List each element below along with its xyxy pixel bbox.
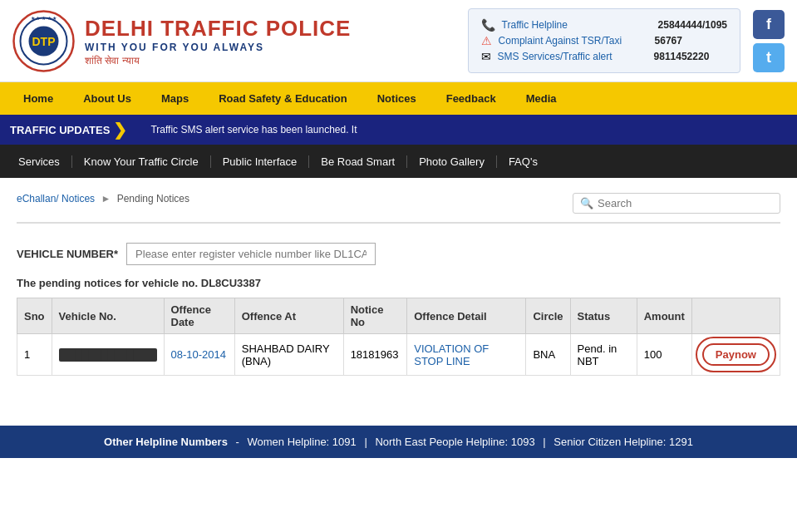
contact-label-2: Complaint Against TSR/Taxi (499, 35, 648, 47)
content-divider (17, 222, 780, 224)
paynow-button[interactable]: Paynow (702, 343, 770, 366)
footer-other-helpline: Other Helpline Numbers (104, 436, 228, 448)
pending-heading: The pending notices for vehicle no. DL8C… (17, 277, 780, 289)
col-offence-date: Offence Date (164, 298, 234, 334)
form-area: VEHICLE NUMBER* The pending notices for … (0, 228, 797, 384)
traffic-label: TRAFFIC UPDATES ❯ (0, 120, 134, 140)
contact-label-1: Traffic Helpline (502, 19, 652, 31)
nav-item-notices[interactable]: Notices (362, 82, 431, 115)
search-box: 🔍 (573, 193, 780, 214)
nav-item-road-safety[interactable]: Road Safety & Education (204, 82, 362, 115)
cell-offence-detail: VIOLATION OF STOP LINE (407, 334, 526, 376)
col-sno: Sno (17, 298, 52, 334)
footer-separator-1: - (236, 436, 239, 448)
contact-number-2: 56767 (655, 35, 682, 47)
cell-offence-date: 08-10-2014 (164, 334, 234, 376)
col-amount: Amount (637, 298, 691, 334)
sub-nav-faqs[interactable]: FAQ's (497, 155, 549, 168)
footer-helpline-2: North East People Helpline: 1093 (375, 436, 534, 448)
logo-title: DELHI TRAFFIC POLICE (85, 16, 351, 42)
logo-subtitle: WITH YOU FOR YOU ALWAYS (85, 42, 351, 53)
contact-row-1: 📞 Traffic Helpline 25844444/1095 (481, 18, 727, 32)
cell-action: Paynow (691, 334, 780, 376)
footer-helpline-3: Senior Citizen Helpline: 1291 (553, 436, 693, 448)
contact-label-3: SMS Services/Traffic alert (498, 51, 647, 62)
footer-pipe-1: | (364, 436, 367, 448)
twitter-button[interactable]: t (753, 43, 785, 72)
vehicle-masked: ██████████ (59, 348, 157, 362)
nav-item-feedback[interactable]: Feedback (431, 82, 511, 115)
phone-icon: 📞 (481, 18, 495, 32)
breadcrumb-current: Pending Notices (117, 193, 189, 204)
cell-sno: 1 (17, 334, 52, 376)
nav-item-media[interactable]: Media (511, 82, 572, 115)
col-offence-at: Offence At (234, 298, 343, 334)
logo-hindi: शांति सेवा न्याय (85, 55, 351, 66)
facebook-button[interactable]: f (753, 10, 785, 39)
sub-nav: Services Know Your Traffic Circle Public… (0, 145, 797, 178)
contact-row-2: ⚠ Complaint Against TSR/Taxi 56767 (481, 34, 727, 47)
svg-text:DTP: DTP (32, 35, 56, 48)
footer: Other Helpline Numbers - Women Helpline:… (0, 426, 797, 458)
cell-offence-at: SHAHBAD DAIRY (BNA) (234, 334, 343, 376)
breadcrumb-search-area: eChallan/ Notices ► Pending Notices 🔍 (0, 178, 797, 218)
challan-table: Sno Vehicle No. Offence Date Offence At … (17, 298, 780, 376)
search-input[interactable] (598, 197, 773, 209)
breadcrumb-separator: ► (101, 193, 111, 204)
contact-number-1: 25844444/1095 (658, 19, 727, 31)
cell-circle: BNA (526, 334, 570, 376)
sub-nav-be-road-smart[interactable]: Be Road Smart (309, 155, 407, 168)
header: DTP ★ ★ ★ ★ ★ DELHI TRAFFIC POLICE WITH … (0, 0, 797, 82)
vehicle-number-label: VEHICLE NUMBER* (17, 248, 118, 260)
traffic-arrow-icon: ❯ (113, 120, 127, 140)
contact-number-3: 9811452220 (654, 51, 710, 62)
svg-text:★ ★ ★ ★ ★: ★ ★ ★ ★ ★ (31, 16, 57, 21)
vehicle-number-input[interactable] (126, 243, 376, 265)
table-header-row: Sno Vehicle No. Offence Date Offence At … (17, 298, 780, 334)
cell-status: Pend. in NBT (570, 334, 637, 376)
col-vehicle-no: Vehicle No. (52, 298, 164, 334)
search-icon: 🔍 (580, 197, 593, 209)
cell-notice-no: 18181963 (343, 334, 407, 376)
col-circle: Circle (526, 298, 570, 334)
logo-area: DTP ★ ★ ★ ★ ★ DELHI TRAFFIC POLICE WITH … (12, 10, 468, 72)
logo-emblem: DTP ★ ★ ★ ★ ★ (12, 10, 75, 72)
sub-nav-public-interface[interactable]: Public Interface (211, 155, 310, 168)
col-offence-detail: Offence Detail (407, 298, 526, 334)
logo-text: DELHI TRAFFIC POLICE WITH YOU FOR YOU AL… (85, 16, 351, 66)
vehicle-form: VEHICLE NUMBER* (17, 243, 780, 265)
nav-bar: Home About Us Maps Road Safety & Educati… (0, 82, 797, 115)
cell-vehicle-no: ██████████ (52, 334, 164, 376)
footer-helpline-1: Women Helpline: 1091 (247, 436, 356, 448)
nav-item-maps[interactable]: Maps (146, 82, 204, 115)
warning-icon: ⚠ (481, 34, 492, 47)
col-status: Status (570, 298, 637, 334)
sub-nav-services[interactable]: Services (7, 155, 72, 168)
contact-box: 📞 Traffic Helpline 25844444/1095 ⚠ Compl… (468, 8, 740, 73)
social-icons: f t (753, 10, 785, 72)
paynow-wrap: Paynow (699, 340, 773, 369)
cell-amount: 100 (637, 334, 691, 376)
mail-icon: ✉ (481, 50, 491, 63)
col-action (691, 298, 780, 334)
col-notice-no: Notice No (343, 298, 407, 334)
traffic-ticker: Traffic SMS alert service has been launc… (134, 124, 357, 135)
traffic-updates-text: TRAFFIC UPDATES (10, 124, 110, 136)
nav-item-about[interactable]: About Us (68, 82, 146, 115)
breadcrumb: eChallan/ Notices ► Pending Notices (17, 193, 189, 204)
breadcrumb-root[interactable]: eChallan/ Notices (17, 193, 95, 204)
sub-nav-photo-gallery[interactable]: Photo Gallery (407, 155, 497, 168)
footer-pipe-2: | (543, 436, 545, 448)
sub-nav-know-traffic[interactable]: Know Your Traffic Circle (72, 155, 211, 168)
contact-row-3: ✉ SMS Services/Traffic alert 9811452220 (481, 50, 727, 63)
traffic-updates-bar: TRAFFIC UPDATES ❯ Traffic SMS alert serv… (0, 115, 797, 145)
spacer (0, 384, 797, 426)
table-row: 1 ██████████ 08-10-2014 SHAHBAD DAIRY (B… (17, 334, 780, 376)
nav-item-home[interactable]: Home (8, 82, 68, 115)
